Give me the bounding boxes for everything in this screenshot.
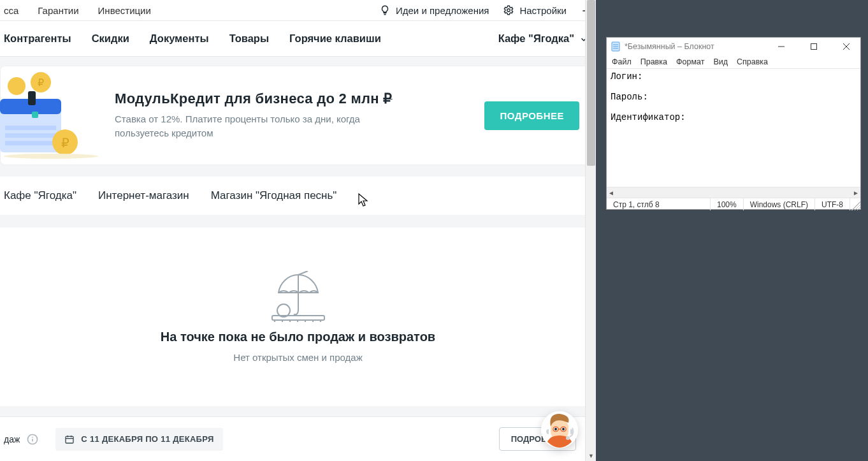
svg-point-0 [507, 9, 510, 12]
svg-text:₽: ₽ [61, 136, 69, 150]
window-titlebar[interactable]: *Безымянный – Блокнот [607, 38, 860, 55]
nav-item[interactable]: Скидки [92, 33, 129, 45]
pos-tabs: Кафе "Ягодка" Интернет-магазин Магазин "… [0, 177, 596, 215]
menu-bar: Файл Правка Формат Вид Справка [607, 55, 860, 68]
empty-sub: Нет открытых смен и продаж [233, 352, 362, 363]
bottom-bar: даж С 11 ДЕКАБРЯ ПО 11 ДЕКАБРЯ ПОДРОБНЕЕ [0, 416, 585, 461]
umbrella-icon [270, 271, 327, 322]
tab-item[interactable]: Интернет-магазин [98, 177, 189, 215]
tab-item[interactable]: Магазин "Ягодная песнь" [211, 177, 337, 215]
promo-card: ₽ ₽ МодульКредит для бизнеса до 2 млн ₽ [0, 66, 596, 165]
main-nav: Контрагенты Скидки Документы Товары Горя… [0, 21, 596, 57]
info-icon[interactable] [26, 433, 39, 446]
vertical-scrollbar[interactable]: ▲ ▼ [585, 0, 596, 461]
window-title: *Безымянный – Блокнот [625, 42, 763, 51]
nav-item[interactable]: Товары [229, 33, 269, 45]
maximize-button[interactable] [799, 38, 828, 55]
horizontal-scrollbar[interactable]: ◄ ► [607, 187, 860, 198]
promo-sub: Ставка от 12%. Платите проценты только з… [115, 112, 414, 140]
calendar-icon [64, 434, 75, 444]
topbar: сса Гарантии Инвестиции Идеи и предложен… [0, 0, 596, 21]
promo-illustration: ₽ ₽ [0, 72, 102, 159]
svg-text:₽: ₽ [38, 77, 44, 88]
menu-item[interactable]: Правка [640, 57, 667, 66]
svg-point-13 [4, 154, 98, 159]
svg-point-20 [32, 436, 33, 437]
scroll-thumb[interactable] [587, 0, 595, 166]
nav-item[interactable]: Контрагенты [4, 33, 71, 45]
status-bar: Стр 1, стлб 8 100% Windows (CRLF) UTF-8 [607, 198, 860, 210]
svg-rect-9 [5, 133, 56, 138]
svg-point-28 [554, 428, 557, 430]
status-zoom: 100% [711, 198, 744, 210]
notepad-window: *Безымянный – Блокнот Файл Правка Формат… [606, 37, 861, 210]
topnav-item[interactable]: Гарантии [38, 5, 78, 16]
svg-rect-8 [5, 126, 56, 130]
svg-rect-6 [28, 91, 36, 105]
tab-item[interactable]: Кафе "Ягодка" [4, 177, 76, 215]
date-range-label: С 11 ДЕКАБРЯ ПО 11 ДЕКАБРЯ [81, 434, 213, 444]
svg-rect-21 [66, 436, 73, 443]
svg-point-1 [8, 77, 25, 95]
support-avatar[interactable] [541, 411, 578, 448]
ideas-link[interactable]: Идеи и предложения [379, 4, 489, 16]
menu-item[interactable]: Файл [612, 57, 632, 66]
svg-rect-39 [811, 44, 816, 50]
svg-point-29 [562, 428, 565, 430]
hint-text: даж [4, 434, 20, 444]
nav-item[interactable]: Документы [150, 33, 209, 45]
notepad-icon [611, 41, 621, 52]
banking-app: сса Гарантии Инвестиции Идеи и предложен… [0, 0, 596, 461]
promo-cta-button[interactable]: ПОДРОБНЕЕ [484, 101, 579, 130]
close-button[interactable] [832, 38, 860, 55]
empty-state: На точке пока не было продаж и возвратов… [0, 228, 596, 406]
menu-item[interactable]: Формат [676, 57, 704, 66]
account-name: Кафе "Ягодка" [498, 33, 574, 45]
topnav-item[interactable]: Инвестиции [98, 5, 151, 16]
mouse-cursor-icon [358, 193, 368, 207]
date-range-picker[interactable]: С 11 ДЕКАБРЯ ПО 11 ДЕКАБРЯ [55, 428, 222, 451]
nav-item[interactable]: Горячие клавиши [289, 33, 381, 45]
resize-grip-icon[interactable] [850, 198, 860, 210]
menu-item[interactable]: Справка [737, 57, 768, 66]
settings-label: Настройки [519, 5, 567, 16]
svg-line-15 [298, 271, 308, 275]
ideas-label: Идеи и предложения [396, 5, 489, 16]
account-switcher[interactable]: Кафе "Ягодка" [498, 33, 588, 45]
status-pos: Стр 1, стлб 8 [607, 198, 711, 210]
text-area[interactable]: Логин: Пароль: Идентификатор: [607, 68, 860, 187]
lightbulb-icon [379, 4, 391, 16]
menu-item[interactable]: Вид [713, 57, 728, 66]
empty-title: На точке пока не было продаж и возвратов [161, 330, 435, 344]
status-eol: Windows (CRLF) [744, 198, 815, 210]
promo-title: МодульКредит для бизнеса до 2 млн ₽ [115, 91, 414, 107]
topnav-item[interactable]: сса [4, 5, 18, 16]
scroll-down-icon[interactable]: ▼ [586, 450, 596, 461]
gear-icon [503, 4, 514, 16]
svg-rect-7 [32, 112, 38, 118]
scroll-right-icon[interactable]: ► [853, 189, 859, 196]
minimize-button[interactable] [767, 38, 795, 55]
status-enc: UTF-8 [815, 198, 850, 210]
scroll-left-icon[interactable]: ◄ [608, 189, 614, 196]
svg-point-33 [566, 436, 570, 440]
settings-link[interactable]: Настройки [503, 4, 567, 16]
svg-rect-10 [5, 141, 56, 145]
